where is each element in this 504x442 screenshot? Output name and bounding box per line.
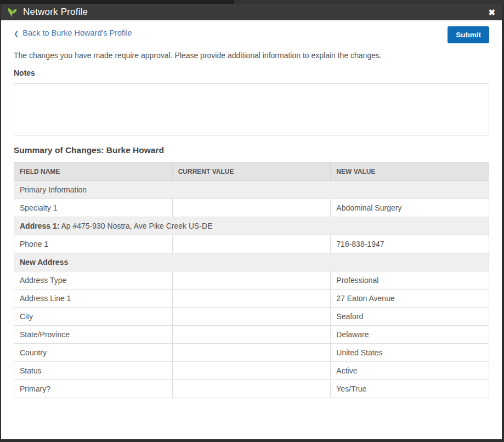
chevron-left-icon: ❮ — [14, 31, 19, 37]
table-row: Primary?Yes/True — [14, 380, 489, 398]
current-value-cell — [172, 271, 331, 290]
table-row: Address TypeProfessional — [14, 271, 489, 290]
network-profile-modal: Network Profile ✖ ❮ Back to Burke Howard… — [1, 4, 502, 439]
table-row: CountryUnited States — [14, 344, 489, 362]
current-value-cell — [172, 344, 331, 362]
new-value-cell: Delaware — [331, 326, 489, 344]
notes-textarea[interactable] — [14, 83, 489, 135]
field-name-header: FIELD NAME — [14, 163, 173, 181]
field-name-cell: Address Line 1 — [14, 290, 173, 308]
summary-heading: Summary of Changes: Burke Howard — [14, 145, 489, 155]
summary-table-head: FIELD NAMECURRENT VALUENEW VALUE — [14, 163, 489, 181]
current-value-cell — [172, 308, 331, 326]
current-value-cell — [172, 326, 331, 344]
field-name-cell: Status — [14, 362, 173, 380]
summary-of-changes-table: FIELD NAMECURRENT VALUENEW VALUE Primary… — [14, 162, 489, 398]
table-row: Specialty 1Abdominal Surgery — [14, 199, 489, 217]
section-cell: Primary Information — [14, 181, 489, 199]
current-value-cell — [172, 290, 331, 308]
background-top-strip-dark — [0, 0, 234, 4]
new-value-cell: Yes/True — [331, 380, 489, 398]
table-row: CitySeaford — [14, 308, 489, 326]
new-value-cell: Active — [331, 362, 489, 380]
current-value-cell — [172, 380, 331, 398]
section-row: Address 1: Ap #475-930 Nostra, Ave Pike … — [14, 217, 489, 235]
toolbar-row: ❮ Back to Burke Howard's Profile Submit — [14, 26, 489, 43]
modal-body: ❮ Back to Burke Howard's Profile Submit … — [1, 20, 502, 439]
new-value-header: NEW VALUE — [331, 163, 489, 181]
modal-title: Network Profile — [23, 7, 88, 18]
field-name-cell: Country — [14, 344, 173, 362]
field-name-cell: Phone 1 — [14, 235, 173, 253]
current-value-header: CURRENT VALUE — [172, 163, 331, 181]
field-name-cell: State/Province — [14, 326, 173, 344]
new-value-cell: United States — [331, 344, 489, 362]
current-value-cell — [172, 199, 331, 217]
section-row: Primary Information — [14, 181, 489, 199]
field-name-cell: Specialty 1 — [14, 199, 173, 217]
back-link[interactable]: ❮ Back to Burke Howard's Profile — [14, 29, 132, 37]
close-icon[interactable]: ✖ — [488, 8, 495, 16]
current-value-cell — [172, 235, 331, 253]
new-value-cell: Seaford — [331, 308, 489, 326]
section-cell: New Address — [14, 253, 489, 271]
field-name-cell: Primary? — [14, 380, 173, 398]
table-row: Address Line 127 Eaton Avenue — [14, 290, 489, 308]
page-background: Network Profile ✖ ❮ Back to Burke Howard… — [0, 0, 504, 442]
approval-instruction-text: The changes you have made require approv… — [14, 51, 489, 60]
table-row: State/ProvinceDelaware — [14, 326, 489, 344]
section-row: New Address — [14, 253, 489, 271]
section-cell: Address 1: Ap #475-930 Nostra, Ave Pike … — [14, 217, 489, 235]
summary-table-body: Primary InformationSpecialty 1Abdominal … — [14, 181, 489, 398]
field-name-cell: City — [14, 308, 173, 326]
back-link-label: Back to Burke Howard's Profile — [22, 29, 132, 37]
field-name-cell: Address Type — [14, 271, 173, 290]
new-value-cell: 716-838-1947 — [331, 235, 489, 253]
submit-button[interactable]: Submit — [448, 26, 489, 43]
new-value-cell: Professional — [331, 271, 489, 290]
current-value-cell — [172, 362, 331, 380]
leaf-logo-icon — [7, 6, 19, 18]
new-value-cell: 27 Eaton Avenue — [331, 290, 489, 308]
modal-header: Network Profile ✖ — [1, 4, 502, 20]
table-row: StatusActive — [14, 362, 489, 380]
notes-label: Notes — [14, 69, 489, 77]
header-row: FIELD NAMECURRENT VALUENEW VALUE — [14, 163, 489, 181]
new-value-cell: Abdominal Surgery — [331, 199, 489, 217]
table-row: Phone 1716-838-1947 — [14, 235, 489, 253]
